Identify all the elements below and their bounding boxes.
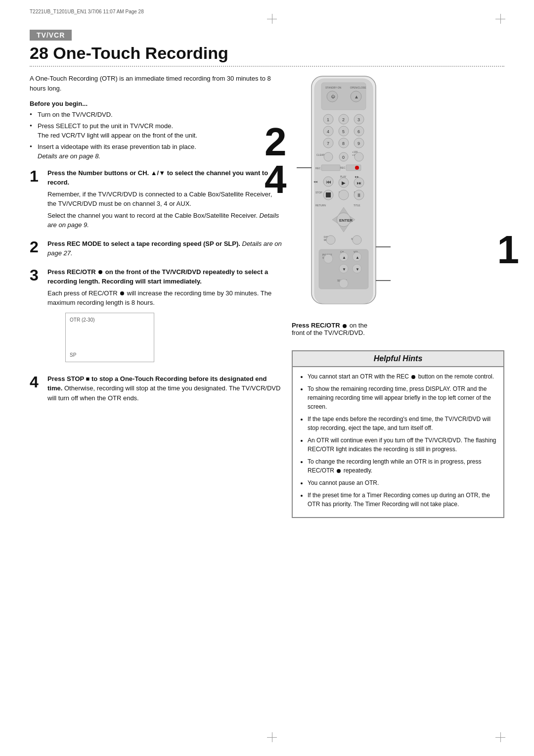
svg-text:1: 1	[327, 117, 329, 122]
rec-dot	[98, 270, 102, 274]
svg-point-52	[339, 190, 349, 200]
helpful-hints-title: Helpful Hints	[293, 351, 503, 367]
svg-text:2: 2	[342, 117, 345, 122]
hint-item: To show the remaining recording time, pr…	[308, 384, 496, 411]
step-1-number: 1	[30, 168, 44, 184]
page-title: 28 One-Touch Recording	[30, 44, 504, 63]
svg-text:▼: ▼	[342, 267, 346, 272]
svg-text:TITLE: TITLE	[354, 204, 360, 207]
svg-text:ENTER: ENTER	[339, 218, 353, 223]
helpful-hints-box: Helpful Hints You cannot start an OTR wi…	[292, 350, 504, 518]
svg-text:OPEN/CLOSE: OPEN/CLOSE	[350, 86, 366, 89]
svg-text:▶: ▶	[342, 180, 346, 186]
otr-label: OTR (2-30)	[70, 316, 150, 324]
right-step3-bold: Press REC/OTR	[292, 322, 348, 329]
hint-item: If the preset time for a Timer Recording…	[308, 491, 496, 509]
svg-point-66	[326, 236, 335, 244]
svg-point-38	[355, 166, 359, 170]
right-step3-text: Press REC/OTR on thefront of the TV/VCR/…	[292, 322, 504, 336]
bullet-item: Press SELECT to put the unit in TV/VCR m…	[30, 121, 282, 141]
step-number-1: 1	[497, 227, 520, 273]
page-meta: T2221UB_T1201UB_EN1 3/7/06 11:07 AM Page…	[30, 9, 144, 14]
step-4-number: 4	[30, 374, 44, 390]
svg-text:STOP: STOP	[315, 191, 322, 194]
divider	[30, 66, 504, 67]
step-4: 4 Press STOP ■ to stop a One-Touch Recor…	[30, 374, 282, 405]
step-2: 2 Press REC MODE to select a tape record…	[30, 239, 282, 260]
right-column: 24 1 STANDBY·ON ⏻ OPEN/CLOSE	[292, 74, 504, 518]
svg-rect-50	[326, 192, 331, 197]
step-3-number: 3	[30, 267, 44, 283]
rec-dot-2	[120, 291, 124, 295]
svg-text:▲: ▲	[356, 255, 359, 260]
svg-point-72	[324, 254, 333, 263]
left-column: A One-Touch Recording (OTR) is an immedi…	[30, 74, 292, 518]
svg-text:CLEAR: CLEAR	[316, 153, 325, 156]
tvvcr-badge: TV/VCR	[30, 30, 72, 41]
svg-text:⏮: ⏮	[326, 179, 331, 185]
svg-text:◀◀: ◀◀	[313, 180, 317, 183]
sp-label: SP	[70, 351, 76, 359]
step-3-content: Press REC/OTR on the front of the TV/VCR…	[47, 267, 282, 367]
step-2-number: 2	[30, 239, 44, 255]
rec-dot-hint	[411, 375, 415, 379]
right-step3-area: Press REC/OTR on thefront of the TV/VCR/…	[292, 318, 504, 340]
crosshair-top	[267, 14, 277, 24]
svg-text:5: 5	[342, 129, 345, 134]
remote-area: 24 1 STANDBY·ON ⏻ OPEN/CLOSE	[292, 74, 504, 313]
step-numbers-24: 24	[265, 123, 287, 198]
svg-text:▼: ▼	[356, 267, 359, 272]
step-4-content: Press STOP ■ to stop a One-Touch Recordi…	[47, 374, 282, 405]
svg-text:▲: ▲	[342, 255, 346, 260]
svg-point-68	[353, 236, 361, 244]
svg-text:6: 6	[357, 129, 360, 134]
hint-item: To change the recording length while an …	[308, 457, 496, 475]
svg-rect-35	[321, 165, 340, 171]
remote-svg: STANDBY·ON ⏻ OPEN/CLOSE ▲ 1 2 3	[297, 74, 391, 311]
svg-text:8: 8	[342, 141, 345, 146]
before-begin-heading: Before you begin...	[30, 100, 282, 107]
content-wrapper: TV/VCR 28 One-Touch Recording A One-Touc…	[30, 30, 504, 736]
rec-dot-hint2	[337, 469, 341, 473]
svg-text:9: 9	[357, 141, 360, 146]
helpful-hints-list: You cannot start an OTR with the REC but…	[300, 372, 496, 509]
rec-dot-right	[343, 324, 347, 328]
svg-point-33	[355, 152, 363, 161]
step-1-content: Press the Number buttons or CH. ▲/▼ to s…	[47, 168, 282, 232]
svg-text:4: 4	[327, 129, 329, 134]
step-2-content: Press REC MODE to select a tape recordin…	[47, 239, 282, 260]
before-begin-list: Turn on the TV/VCR/DVD. Press SELECT to …	[30, 110, 282, 161]
bullet-item: Turn on the TV/VCR/DVD.	[30, 110, 282, 120]
hint-item: You cannot start an OTR with the REC but…	[308, 372, 496, 381]
svg-text:REC: REC	[340, 166, 346, 169]
hint-item: You cannot pause an OTR.	[308, 478, 496, 487]
svg-text:RETURN: RETURN	[315, 204, 326, 207]
step-1: 1 Press the Number buttons or CH. ▲/▼ to…	[30, 168, 282, 232]
hint-item: An OTR will continue even if you turn of…	[308, 436, 496, 454]
svg-text:▲: ▲	[354, 94, 359, 99]
svg-text:7: 7	[327, 141, 329, 146]
intro-text: A One-Touch Recording (OTR) is an immedi…	[30, 74, 282, 93]
svg-point-84	[339, 279, 348, 288]
screen-display: OTR (2-30) SP	[65, 313, 154, 362]
svg-text:⏭: ⏭	[357, 181, 361, 186]
step-3: 3 Press REC/OTR on the front of the TV/V…	[30, 267, 282, 367]
main-columns: A One-Touch Recording (OTR) is an immedi…	[30, 74, 504, 518]
svg-text:0: 0	[342, 155, 345, 160]
hint-item: If the tape ends before the recording's …	[308, 415, 496, 432]
bullet-item: Insert a videotape with its erase preven…	[30, 142, 282, 161]
svg-text:3: 3	[357, 117, 360, 122]
crosshair-top-right	[495, 14, 505, 24]
svg-text:STANDBY·ON: STANDBY·ON	[325, 86, 342, 89]
svg-text:⏻: ⏻	[331, 94, 335, 99]
svg-text:⏸: ⏸	[356, 192, 361, 198]
svg-point-28	[324, 152, 333, 161]
helpful-hints-content: You cannot start an OTR with the REC but…	[293, 367, 503, 517]
